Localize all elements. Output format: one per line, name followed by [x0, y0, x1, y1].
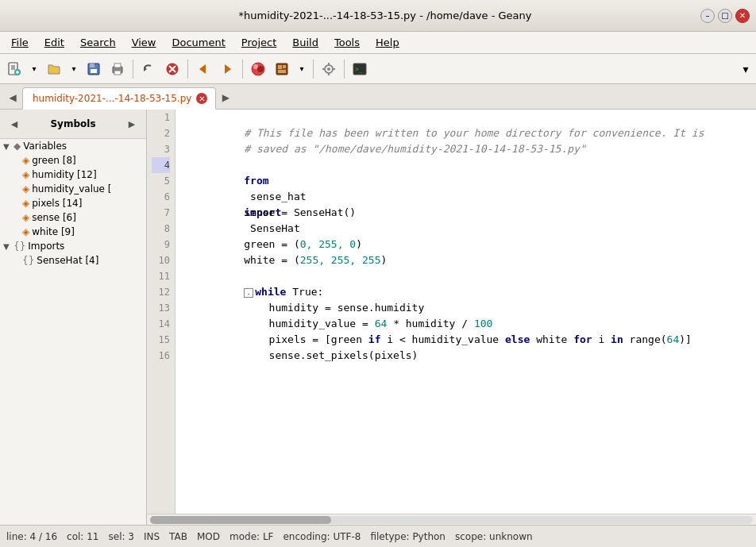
code-content[interactable]: # This file has been written to your hom… — [176, 110, 756, 514]
expand-imports-icon: ▼ — [3, 242, 11, 251]
tree-item-sensehat[interactable]: {} SenseHat [4] — [0, 253, 146, 268]
code-pixels-3: white — [530, 333, 573, 345]
status-bar: line: 4 / 16 col: 11 sel: 3 INS TAB MOD … — [0, 525, 756, 547]
tree-item-pixels[interactable]: ◈ pixels [14] — [0, 196, 146, 210]
menu-project[interactable]: Project — [233, 33, 284, 52]
terminal-button[interactable]: >_ — [349, 58, 371, 80]
tree-item-white[interactable]: ◈ white [9] — [0, 225, 146, 239]
tab-close-button[interactable]: ✕ — [196, 93, 207, 104]
line-num-12: 12 — [152, 284, 170, 300]
tree-imports-toggle[interactable]: ▼ {} Imports — [0, 239, 146, 253]
imports-icon: {} — [14, 241, 25, 252]
status-filetype: filetype: Python — [370, 531, 446, 542]
var-icon-humidity: ◈ — [22, 169, 29, 180]
expand-icon: ▼ — [3, 142, 11, 151]
run-button[interactable] — [247, 58, 269, 80]
line-num-1: 1 — [152, 110, 170, 125]
tab-label: humidity-2021-...-14-18-53-15.py — [33, 93, 191, 104]
window-controls: – □ ✕ — [700, 9, 750, 23]
menu-search[interactable]: Search — [72, 33, 124, 52]
next-button[interactable] — [216, 58, 238, 80]
build-dropdown[interactable]: ▾ — [295, 58, 309, 80]
svg-rect-23 — [278, 65, 282, 69]
var-label-humidity: humidity [12] — [32, 169, 96, 180]
undo-button[interactable] — [137, 58, 160, 80]
menu-document[interactable]: Document — [164, 33, 233, 52]
line-num-13: 13 — [152, 300, 170, 316]
tab-next-button[interactable]: ▶ — [216, 87, 235, 109]
toolbar-separator-3 — [242, 60, 243, 79]
tab-humidity[interactable]: humidity-2021-...-14-18-53-15.py ✕ — [22, 87, 216, 110]
minimize-button[interactable]: – — [700, 9, 715, 23]
tree-item-sense[interactable]: ◈ sense [6] — [0, 210, 146, 225]
toolbar-overflow[interactable]: ▾ — [739, 58, 753, 80]
status-tab: TAB — [169, 531, 187, 542]
svg-point-21 — [257, 66, 264, 72]
svg-point-20 — [253, 64, 258, 69]
sidebar-header: ◀ Symbols ▶ — [0, 110, 146, 139]
var-label-pixels: pixels [14] — [32, 198, 82, 209]
config-button[interactable] — [318, 58, 340, 80]
tree-item-humidity[interactable]: ◈ humidity [12] — [0, 168, 146, 182]
line-num-2: 2 — [152, 125, 170, 141]
code-sense: sense = SenseHat() — [244, 206, 356, 218]
tab-prev-button[interactable]: ◀ — [3, 87, 22, 109]
sidebar-next[interactable]: ▶ — [122, 113, 141, 135]
line-num-8: 8 — [152, 221, 170, 237]
tree-item-humidity-value[interactable]: ◈ humidity_value [ — [0, 182, 146, 196]
code-white-var: white = ( — [244, 254, 299, 266]
code-line-1: # This file has been written to your hom… — [182, 110, 750, 125]
code-num-64b: 64 — [667, 333, 680, 345]
code-line-4: from sense_hat import SenseHat — [182, 157, 750, 173]
prev-button[interactable] — [192, 58, 214, 80]
status-encoding: encoding: UTF-8 — [283, 531, 361, 542]
scrollbar-thumb[interactable] — [150, 516, 331, 524]
toolbar-separator-2 — [187, 60, 188, 79]
menu-build[interactable]: Build — [284, 33, 326, 52]
cancel-button[interactable] — [161, 58, 183, 80]
line-num-4: 4 — [152, 157, 170, 173]
sidebar-title: Symbols — [50, 118, 95, 129]
code-indent-13: humidity_value = — [244, 318, 374, 329]
comment-1: # This file has been written to your hom… — [244, 127, 704, 139]
code-line-11: -while True: — [182, 268, 750, 284]
code-text: sense_hat — [244, 191, 312, 202]
tree-variables-toggle[interactable]: ▼ ◆ Variables — [0, 139, 146, 153]
svg-rect-8 — [90, 64, 94, 67]
menu-tools[interactable]: Tools — [326, 33, 368, 52]
svg-rect-12 — [114, 71, 121, 75]
code-text-sensehat: SenseHat — [244, 222, 299, 234]
code-white-val: 255, 255, 255 — [300, 254, 381, 266]
print-button[interactable] — [106, 58, 129, 80]
sidebar-prev[interactable]: ◀ — [5, 113, 24, 135]
status-line: line: 4 / 16 — [6, 531, 57, 542]
build-button[interactable] — [271, 58, 293, 80]
code-indent-12: humidity = sense.humidity — [244, 302, 424, 314]
close-button[interactable]: ✕ — [735, 9, 750, 23]
import-icon-sensehat: {} — [22, 255, 34, 266]
code-green-val: 0, 255, 0 — [300, 238, 356, 250]
code-num-100: 100 — [474, 318, 492, 329]
title-bar: *humidity-2021-...-14-18-53-15.py - /hom… — [0, 0, 756, 32]
scrollbar-track[interactable] — [150, 516, 753, 524]
editor-area: 1 2 3 4 5 6 7 8 9 10 11 12 13 14 15 16 — [147, 110, 756, 525]
menu-file[interactable]: File — [3, 33, 37, 52]
menu-edit[interactable]: Edit — [37, 33, 72, 52]
toolbar-separator-4 — [313, 60, 314, 79]
menu-help[interactable]: Help — [368, 33, 407, 52]
fold-marker-11[interactable]: - — [244, 288, 253, 298]
code-pixels-2: i < humidity_value — [380, 333, 505, 345]
save-button[interactable] — [83, 58, 105, 80]
menu-view[interactable]: View — [124, 33, 164, 52]
open-dropdown[interactable]: ▾ — [67, 58, 81, 80]
keyword-from: from — [244, 175, 268, 187]
maximize-button[interactable]: □ — [718, 9, 732, 23]
keyword-in: in — [611, 333, 623, 345]
horizontal-scrollbar[interactable] — [147, 514, 756, 525]
tree-item-green[interactable]: ◈ green [8] — [0, 153, 146, 168]
new-button[interactable] — [3, 58, 25, 80]
new-dropdown[interactable]: ▾ — [27, 58, 41, 80]
open-button[interactable] — [43, 58, 65, 80]
var-icon-sense: ◈ — [22, 212, 29, 223]
editor-content[interactable]: 1 2 3 4 5 6 7 8 9 10 11 12 13 14 15 16 — [147, 110, 756, 514]
